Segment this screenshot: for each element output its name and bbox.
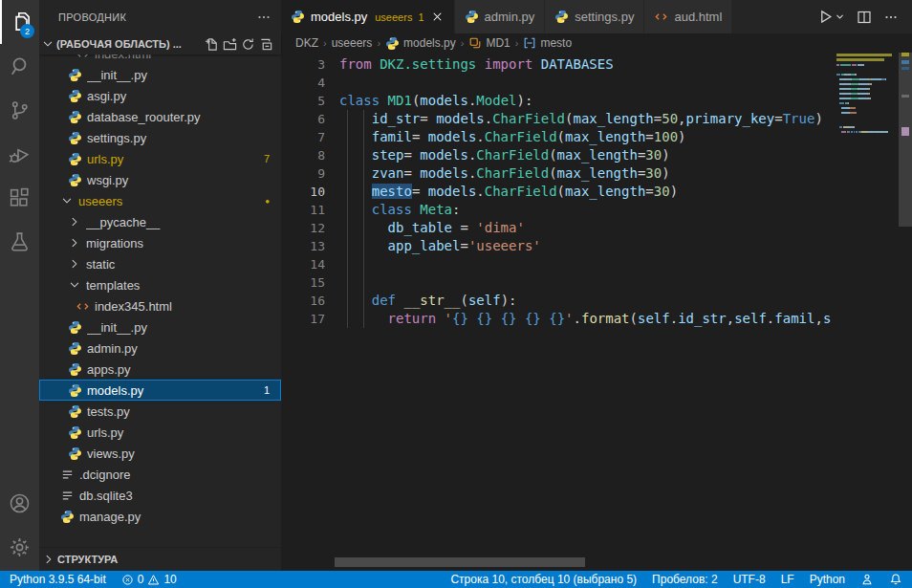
activity-run-debug[interactable] <box>0 132 39 176</box>
new-folder-icon[interactable] <box>223 37 237 52</box>
activity-source-control[interactable] <box>0 88 39 132</box>
code-line[interactable]: 4 <box>281 74 836 92</box>
tab-admin-py[interactable]: admin.py <box>455 0 546 33</box>
run-button-group[interactable] <box>817 9 845 25</box>
tab-settings-py[interactable]: settings.py <box>545 0 644 33</box>
activity-settings[interactable] <box>0 525 39 569</box>
problems-badge: ● <box>265 197 270 206</box>
tree-item-templates[interactable]: templates <box>39 274 281 295</box>
tree-item-label: __init__.py <box>87 68 281 82</box>
account-icon <box>8 491 32 515</box>
code-line[interactable]: 5class MD1(models.Model): <box>281 92 836 110</box>
tree-item-static[interactable]: static <box>39 253 281 274</box>
code-line[interactable]: 13 app_label='useeers' <box>281 237 836 255</box>
tree-item-models-py[interactable]: models.py1 <box>39 380 281 401</box>
status-problems[interactable]: 010 <box>121 573 177 586</box>
code-line[interactable]: 3from DKZ.settings import DATABASES <box>281 55 836 74</box>
breadcrumb-item-mesto[interactable]: mesto <box>523 36 572 50</box>
code-line[interactable]: 15 <box>281 273 836 292</box>
tree-item-index-html[interactable]: index.html <box>39 54 281 64</box>
tab-aud-html[interactable]: aud.html <box>644 0 732 33</box>
tree-item-urls-py[interactable]: urls.py <box>39 422 281 443</box>
code-line[interactable]: 16 def __str__(self): <box>281 292 836 310</box>
tree-item--dcignore[interactable]: .dcignore <box>39 464 281 485</box>
python-icon <box>291 10 305 24</box>
code-editor[interactable]: 3from DKZ.settings import DATABASES45cla… <box>281 53 836 557</box>
tree-item-views-py[interactable]: views.py <box>39 443 281 464</box>
breadcrumb-item-md1[interactable]: MD1 <box>468 36 510 50</box>
tree-item-label: index.html <box>95 54 281 61</box>
tree-item-label: asgi.py <box>87 89 281 103</box>
code-line[interactable]: 12 db_table = 'dima' <box>281 219 836 237</box>
breadcrumb-item-useeers[interactable]: useeers <box>332 36 373 50</box>
explorer-more-actions-icon[interactable] <box>256 10 271 25</box>
extensions-icon <box>8 186 32 210</box>
collapse-all-icon[interactable] <box>259 37 273 52</box>
activity-search[interactable] <box>0 44 39 88</box>
tree-item-db-sqlite3[interactable]: db.sqlite3 <box>39 485 281 506</box>
tab-models-py[interactable]: models.pyuseeers1 <box>281 0 455 33</box>
breadcrumb-label: useeers <box>332 36 373 50</box>
tree-item-label: .dcignore <box>79 468 281 482</box>
code-line[interactable]: 17 return '{} {} {} {} {}'.format(self.i… <box>281 310 836 328</box>
split-editor-icon[interactable] <box>857 10 872 25</box>
close-icon[interactable] <box>430 10 445 24</box>
more-actions-icon[interactable] <box>883 10 899 25</box>
minimap[interactable] <box>836 53 899 557</box>
ruler-decoration <box>901 53 909 56</box>
tree-item-migrations[interactable]: migrations <box>39 232 281 253</box>
code-line[interactable]: 14 <box>281 255 836 273</box>
breadcrumb-item-models-py[interactable]: models.py <box>385 36 456 51</box>
code-line[interactable]: 6 id_str= models.CharField(max_length=50… <box>281 110 836 128</box>
tree-item-index345-html[interactable]: index345.html <box>39 295 281 316</box>
error-count: 0 <box>138 573 144 586</box>
tree-item-manage-py[interactable]: manage.py <box>39 506 281 527</box>
tree-item-database-roouter-py[interactable]: database_roouter.py <box>39 106 281 127</box>
overview-ruler-scrollbar[interactable] <box>899 53 912 557</box>
tree-item--init-py[interactable]: __init__.py <box>39 64 281 85</box>
workspace-section-header[interactable]: (РАБОЧАЯ ОБЛАСТЬ) ... <box>39 33 281 54</box>
code-line[interactable]: 7 famil= models.CharField(max_length=100… <box>281 128 836 146</box>
tree-item-label: tests.py <box>87 404 281 419</box>
line-content: class MD1(models.Model): <box>339 92 532 110</box>
status-cursor-position[interactable]: Строка 10, столбец 10 (выбрано 5) <box>450 573 637 586</box>
line-number: 14 <box>281 255 325 273</box>
status-language-mode[interactable]: Python <box>810 573 845 586</box>
activity-testing[interactable] <box>0 220 39 264</box>
new-file-icon[interactable] <box>205 37 219 52</box>
refresh-icon[interactable] <box>241 37 255 52</box>
code-line[interactable]: 10 mesto= models.CharField(max_length=30… <box>281 183 836 201</box>
indent-guide <box>363 110 364 328</box>
tree-item--pycache-[interactable]: __pycache__ <box>39 211 281 232</box>
status-encoding[interactable]: UTF-8 <box>733 573 766 586</box>
status-python-interpreter[interactable]: Python 3.9.5 64-bit <box>10 573 106 586</box>
activity-account[interactable] <box>0 481 39 525</box>
tab-description: useeers <box>375 11 412 23</box>
activity-extensions[interactable] <box>0 176 39 220</box>
tree-item-settings-py[interactable]: settings.py <box>39 127 281 148</box>
tree-item-wsgi-py[interactable]: wsgi.py <box>39 169 281 190</box>
tree-item-admin-py[interactable]: admin.py <box>39 338 281 359</box>
tree-item-asgi-py[interactable]: asgi.py <box>39 85 281 106</box>
status-notifications[interactable] <box>889 573 902 586</box>
code-line[interactable]: 9 zvan= models.CharField(max_length=30) <box>281 164 836 183</box>
tree-item-urls-py[interactable]: urls.py7 <box>39 148 281 169</box>
status-feedback[interactable] <box>860 573 874 586</box>
file-tree: index.html__init__.pyasgi.pydatabase_roo… <box>39 54 281 548</box>
tree-item-useeers[interactable]: useeers● <box>39 190 281 211</box>
horizontal-scrollbar[interactable] <box>335 557 585 567</box>
outline-section-header[interactable]: СТРУКТУРА <box>39 547 281 571</box>
status-eol[interactable]: LF <box>781 573 794 586</box>
code-line[interactable]: 11 class Meta: <box>281 201 836 219</box>
code-line[interactable]: 8 step= models.CharField(max_length=30) <box>281 146 836 164</box>
tree-item-tests-py[interactable]: tests.py <box>39 401 281 422</box>
activity-explorer[interactable]: 2 <box>0 0 39 44</box>
tab-bar: models.pyuseeers1admin.pysettings.pyaud.… <box>281 0 912 33</box>
tree-item-apps-py[interactable]: apps.py <box>39 359 281 380</box>
breadcrumb-item-dkz[interactable]: DKZ <box>295 36 318 50</box>
line-content: def __str__(self): <box>339 292 516 310</box>
tree-item--init-py[interactable]: __init__.py <box>39 316 281 338</box>
tree-item-label: urls.py <box>87 425 281 440</box>
status-indentation[interactable]: Пробелов: 2 <box>652 573 718 586</box>
breadcrumb-separator: › <box>461 37 465 49</box>
